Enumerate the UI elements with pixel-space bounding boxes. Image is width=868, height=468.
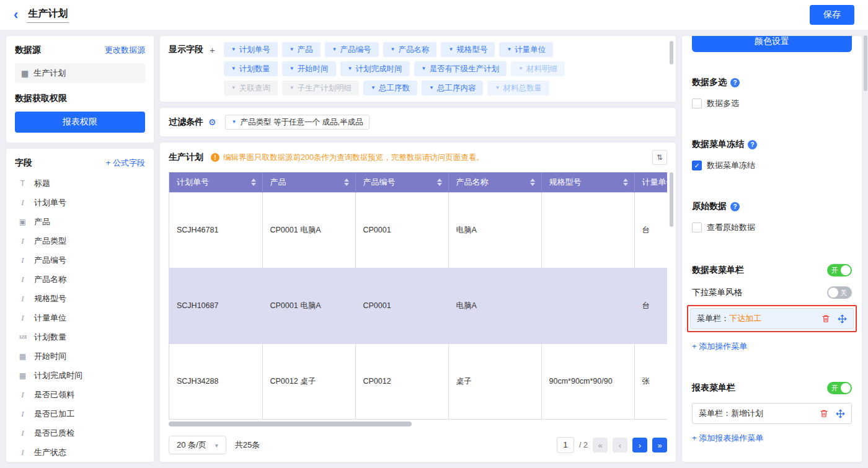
field-item-inspected[interactable]: I是否已质检 xyxy=(15,423,145,443)
table-cell[interactable]: CP0012 xyxy=(355,343,448,419)
back-icon[interactable]: ‹ xyxy=(14,8,18,22)
column-header[interactable]: 计划单号 xyxy=(169,172,262,192)
last-page-button[interactable]: » xyxy=(652,438,667,453)
sort-icon[interactable] xyxy=(623,179,628,186)
raw-data-checkbox[interactable]: 查看原始数据 xyxy=(692,222,852,233)
field-tag[interactable]: ▼产品编号 xyxy=(325,42,379,57)
column-header[interactable]: 计量单位 xyxy=(634,172,667,192)
table-cell[interactable]: 张 xyxy=(634,343,667,419)
first-page-button[interactable]: « xyxy=(593,438,608,453)
dropdown-style-toggle[interactable]: 关 xyxy=(827,286,852,299)
checkbox-unchecked[interactable] xyxy=(692,99,702,108)
table-cell[interactable] xyxy=(541,268,634,343)
field-item-unit[interactable]: I计量单位 xyxy=(15,308,145,327)
field-item-product-type[interactable]: I产品类型 xyxy=(15,231,145,250)
table-cell[interactable]: 电脑A xyxy=(448,268,541,343)
table-cell[interactable]: CP0001 xyxy=(355,192,448,268)
trash-icon[interactable] xyxy=(822,314,830,323)
table-cell[interactable] xyxy=(541,192,634,268)
report-menu-toggle[interactable]: 开 xyxy=(827,382,852,394)
table-cell[interactable]: SCJH46781 xyxy=(169,192,262,268)
datasource-item[interactable]: ▦ 生产计划 xyxy=(15,63,145,83)
field-tag[interactable]: ▼总工序数 xyxy=(363,81,417,95)
checkbox-unchecked[interactable] xyxy=(692,223,702,232)
column-header[interactable]: 产品编号 xyxy=(355,172,448,192)
table-row-selected[interactable]: SCJH10687 CP0001 电脑A CP0001 电脑A 台 xyxy=(169,268,667,343)
table-cell[interactable]: 台 xyxy=(634,192,667,268)
scrollbar-thumb[interactable] xyxy=(670,41,673,64)
page-title[interactable]: 生产计划 xyxy=(27,7,69,23)
table-row[interactable]: SCJH34288 CP0012 桌子 CP0012 桌子 90cm*90cm*… xyxy=(169,343,667,419)
field-item-product-name[interactable]: I产品名称 xyxy=(15,270,145,289)
table-row[interactable]: SCJH46781 CP0001 电脑A CP0001 电脑A 台 xyxy=(169,192,667,268)
table-cell[interactable]: CP0012 桌子 xyxy=(262,343,355,419)
scrollbar-thumb[interactable] xyxy=(670,172,673,227)
prev-page-button[interactable]: ‹ xyxy=(613,438,627,453)
field-item-material-taken[interactable]: I是否已领料 xyxy=(15,385,145,404)
sort-icon[interactable] xyxy=(344,179,349,186)
change-datasource-link[interactable]: 更改数据源 xyxy=(105,45,145,56)
sort-icon[interactable] xyxy=(251,179,256,186)
field-item-finish-time[interactable]: ▦计划完成时间 xyxy=(15,366,145,385)
column-header[interactable]: 规格型号 xyxy=(541,172,634,192)
field-item-processed[interactable]: I是否已加工 xyxy=(15,404,145,423)
table-cell[interactable]: 台 xyxy=(634,268,667,343)
move-icon[interactable] xyxy=(836,409,845,418)
table-cell[interactable]: CP0001 xyxy=(355,268,448,343)
field-tag[interactable]: ▼产品 xyxy=(282,42,321,57)
horizontal-scrollbar[interactable] xyxy=(169,422,412,426)
report-permission-button[interactable]: 报表权限 xyxy=(15,112,145,133)
page-size-select[interactable]: 20 条/页 ▾ xyxy=(169,436,226,454)
sort-icon[interactable] xyxy=(437,179,442,186)
color-settings-button[interactable]: 颜色设置 xyxy=(692,36,852,52)
add-report-menu-link[interactable]: + 添加报表操作菜单 xyxy=(692,433,763,444)
move-icon[interactable] xyxy=(838,314,847,324)
table-cell[interactable]: CP0001 电脑A xyxy=(262,192,355,268)
next-page-button[interactable]: › xyxy=(632,438,647,453)
help-icon[interactable]: ? xyxy=(730,78,740,87)
add-operation-menu-link[interactable]: + 添加操作菜单 xyxy=(692,341,747,352)
add-field-button[interactable]: + xyxy=(210,45,215,55)
field-tag[interactable]: ▼子生产计划明细 xyxy=(282,81,359,95)
field-item-product[interactable]: ▣产品 xyxy=(15,212,145,231)
filter-condition-tag[interactable]: ▼ 产品类型 等于任意一个 成品,半成品 xyxy=(225,115,370,130)
page-scrollbar-thumb[interactable] xyxy=(864,35,867,91)
current-page-input[interactable]: 1 xyxy=(557,437,574,453)
field-item-product-code[interactable]: I产品编号 xyxy=(15,250,145,270)
field-tag[interactable]: ▼总工序内容 xyxy=(422,81,483,95)
menu-freeze-checkbox[interactable]: ✓ 数据菜单冻结 xyxy=(692,160,852,171)
field-tag[interactable]: ▼计划完成时间 xyxy=(340,61,410,76)
field-tag[interactable]: ▼产品名称 xyxy=(383,42,437,57)
field-item-start-time[interactable]: ▦开始时间 xyxy=(15,347,145,366)
field-tag[interactable]: ▼材料明细 xyxy=(511,61,565,76)
add-formula-field-link[interactable]: + 公式字段 xyxy=(106,157,145,169)
table-cell[interactable]: CP0001 电脑A xyxy=(262,268,355,343)
save-button[interactable]: 保存 xyxy=(810,5,854,25)
field-tag[interactable]: ▼开始时间 xyxy=(282,61,336,76)
field-tag[interactable]: ▼计划数量 xyxy=(224,61,278,76)
sort-settings-button[interactable]: ⇅ xyxy=(652,150,667,165)
field-item-spec[interactable]: I规格型号 xyxy=(15,289,145,308)
table-cell[interactable]: 电脑A xyxy=(448,192,541,268)
field-item-title[interactable]: T标题 xyxy=(15,174,145,193)
field-tag[interactable]: ▼关联查询 xyxy=(224,81,278,95)
help-icon[interactable]: ? xyxy=(748,140,757,149)
sort-icon[interactable] xyxy=(530,179,535,186)
field-item-production-status[interactable]: I生产状态 xyxy=(15,443,145,462)
menu-item-row[interactable]: 菜单栏： 下达加工 xyxy=(690,308,854,329)
table-cell[interactable]: 桌子 xyxy=(448,343,541,419)
column-header[interactable]: 产品 xyxy=(262,172,355,192)
field-tag[interactable]: ▼规格型号 xyxy=(441,42,495,57)
multi-select-checkbox[interactable]: 数据多选 xyxy=(692,98,852,109)
trash-icon[interactable] xyxy=(820,409,828,418)
gear-icon[interactable]: ⚙ xyxy=(208,118,216,126)
help-icon[interactable]: ? xyxy=(730,202,740,211)
checkbox-checked[interactable]: ✓ xyxy=(692,161,702,170)
field-tag[interactable]: ▼是否有下级生产计划 xyxy=(414,61,507,76)
data-table-menu-toggle[interactable]: 开 xyxy=(827,264,852,276)
column-header[interactable]: 产品名称 xyxy=(448,172,541,192)
field-item-plan-no[interactable]: I计划单号 xyxy=(15,193,145,212)
menu-item-row[interactable]: 菜单栏： 新增计划 xyxy=(692,403,852,424)
field-tag[interactable]: ▼计划单号 xyxy=(224,42,278,57)
field-tag[interactable]: ▼材料总数量 xyxy=(487,81,549,95)
